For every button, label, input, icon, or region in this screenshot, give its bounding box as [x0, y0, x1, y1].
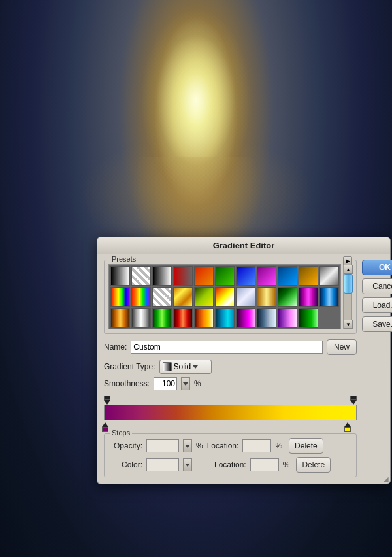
color-stop-arrow — [344, 422, 351, 427]
gradient-type-row: Gradient Type: Solid — [104, 360, 357, 374]
color-stop-right[interactable] — [344, 420, 351, 432]
preset-swatch[interactable] — [236, 266, 255, 286]
opacity-stop-right[interactable] — [350, 396, 357, 405]
gradient-type-select[interactable]: Solid — [159, 360, 212, 374]
resize-corner[interactable]: ◢ — [384, 475, 389, 482]
preset-swatch[interactable] — [319, 287, 339, 307]
gradient-preview-bar[interactable] — [104, 405, 357, 420]
color-delete-button[interactable]: Delete — [296, 457, 331, 473]
preset-swatch[interactable] — [131, 308, 151, 328]
preset-swatch[interactable] — [110, 266, 130, 286]
preset-swatch[interactable] — [278, 308, 297, 328]
preset-swatch[interactable] — [257, 308, 276, 328]
gradient-type-value: Solid — [174, 362, 191, 371]
smoothness-input[interactable] — [154, 377, 177, 390]
stops-legend: Stops — [110, 429, 132, 437]
preset-swatch[interactable] — [215, 266, 235, 286]
smoothness-dropdown-button[interactable] — [181, 377, 190, 390]
opacity-dropdown-button[interactable] — [183, 439, 192, 452]
ok-button[interactable]: OK — [362, 260, 392, 275]
save-button-label: Save... — [372, 320, 392, 329]
presets-scrollbar[interactable]: ▲ ▼ — [343, 264, 352, 329]
preset-swatch[interactable] — [194, 266, 214, 286]
new-button-label: New — [334, 343, 350, 352]
preset-swatch[interactable] — [278, 266, 297, 286]
load-button-label: Load... — [373, 301, 392, 310]
save-button[interactable]: Save... — [362, 316, 392, 332]
cancel-button[interactable]: Cancel — [362, 278, 392, 294]
opacity-pct-label: % — [196, 441, 203, 450]
opacity-delete-label: Delete — [295, 441, 318, 450]
gradient-type-preview-icon — [163, 362, 172, 371]
preset-swatch[interactable] — [215, 287, 235, 307]
color-input[interactable] — [146, 458, 179, 471]
smoothness-dropdown-arrow — [183, 382, 188, 386]
preset-swatch[interactable] — [299, 266, 318, 286]
presets-grid — [108, 264, 341, 329]
name-input[interactable] — [131, 341, 323, 354]
preset-swatch[interactable] — [152, 308, 172, 328]
presets-legend: Presets — [110, 255, 138, 263]
color-location-label: Location: — [214, 460, 246, 469]
gradient-bar-container — [104, 396, 357, 432]
ok-button-label: OK — [379, 263, 391, 272]
preset-swatch[interactable] — [152, 287, 172, 307]
color-stop-arrow — [102, 422, 108, 427]
gradient-type-dropdown-arrow — [193, 365, 198, 369]
preset-swatch[interactable] — [152, 266, 172, 286]
preset-swatch[interactable] — [173, 308, 193, 328]
dialog-buttons: OK Cancel Load... Save... — [362, 260, 392, 477]
color-dropdown-arrow — [185, 464, 190, 467]
opacity-input[interactable] — [146, 439, 179, 452]
dialog-titlebar: Gradient Editor — [97, 237, 390, 254]
opacity-stop-rect — [104, 396, 110, 400]
preset-swatch[interactable] — [236, 287, 255, 307]
color-stop-color-box — [344, 427, 351, 432]
preset-swatch[interactable] — [278, 287, 297, 307]
preset-swatch[interactable] — [110, 308, 130, 328]
stops-group: Stops Opacity: % Location: % Delete — [104, 433, 357, 477]
opacity-location-input[interactable] — [242, 439, 271, 452]
gradient-color-stops — [104, 420, 357, 432]
preset-swatch[interactable] — [131, 266, 151, 286]
opacity-loc-pct-label: % — [275, 441, 282, 450]
presets-expand-button[interactable]: ▶ — [343, 256, 352, 265]
opacity-stop-arrow — [350, 400, 357, 405]
opacity-stop-arrow — [104, 400, 110, 405]
new-button[interactable]: New — [327, 339, 357, 355]
preset-swatch[interactable] — [299, 308, 318, 328]
preset-swatch[interactable] — [194, 308, 214, 328]
opacity-stop-left[interactable] — [104, 396, 110, 405]
dialog-title: Gradient Editor — [213, 241, 275, 250]
preset-swatch[interactable] — [257, 287, 276, 307]
color-stop-left[interactable] — [101, 420, 109, 432]
scroll-thumb[interactable] — [344, 274, 353, 294]
cancel-button-label: Cancel — [372, 282, 392, 291]
name-label: Name: — [104, 343, 127, 352]
color-loc-pct-label: % — [283, 460, 290, 469]
preset-swatch[interactable] — [299, 287, 318, 307]
opacity-field-label: Opacity: — [110, 441, 142, 450]
preset-swatch[interactable] — [236, 308, 255, 328]
preset-swatch[interactable] — [110, 287, 130, 307]
preset-swatch[interactable] — [257, 266, 276, 286]
color-dropdown-button[interactable] — [183, 458, 192, 471]
color-stop-color-box — [102, 427, 108, 432]
gradient-opacity-stops — [104, 396, 357, 405]
load-button[interactable]: Load... — [362, 297, 392, 313]
opacity-delete-button[interactable]: Delete — [289, 438, 323, 454]
gradient-editor-dialog: Gradient Editor Presets ▶ — [97, 237, 391, 484]
preset-swatch[interactable] — [215, 308, 235, 328]
color-delete-label: Delete — [302, 460, 325, 469]
scroll-down-button[interactable]: ▼ — [344, 320, 353, 329]
preset-swatch[interactable] — [173, 287, 193, 307]
color-location-input[interactable] — [250, 458, 279, 471]
preset-swatch[interactable] — [319, 266, 339, 286]
preset-swatch[interactable] — [131, 287, 151, 307]
preset-swatch[interactable] — [173, 266, 193, 286]
scroll-up-button[interactable]: ▲ — [344, 265, 353, 274]
opacity-dropdown-arrow — [185, 445, 190, 448]
preset-swatch[interactable] — [194, 287, 214, 307]
presets-group: Presets ▶ — [104, 260, 357, 334]
color-field-label: Color: — [110, 460, 142, 469]
